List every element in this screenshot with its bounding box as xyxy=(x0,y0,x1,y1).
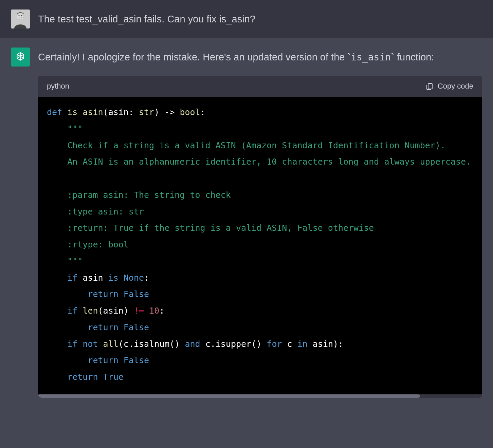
user-message-text: The test test_valid_asin fails. Can you … xyxy=(38,10,482,29)
assistant-message-content: Certainly! I apologize for the mistake. … xyxy=(38,48,482,398)
openai-logo-icon xyxy=(14,51,27,63)
svg-rect-5 xyxy=(428,83,432,89)
assistant-avatar xyxy=(11,48,30,67)
code-body[interactable]: def is_asin(asin: str) -> bool: """ Chec… xyxy=(38,97,482,394)
user-message-row: The test test_valid_asin fails. Can you … xyxy=(0,0,493,38)
scrollbar-thumb[interactable] xyxy=(38,394,420,398)
user-avatar xyxy=(11,10,30,29)
horizontal-scrollbar[interactable] xyxy=(38,394,482,398)
copy-code-label: Copy code xyxy=(438,82,473,91)
assistant-message-row: Certainly! I apologize for the mistake. … xyxy=(0,38,493,407)
svg-point-2 xyxy=(17,13,24,20)
assistant-intro-before: Certainly! I apologize for the mistake. … xyxy=(38,52,347,62)
svg-point-3 xyxy=(19,15,20,16)
assistant-intro-after: function: xyxy=(394,52,434,62)
inline-code-is-asin: is_asin xyxy=(351,52,391,63)
code-language-label: python xyxy=(47,80,69,92)
clipboard-icon xyxy=(425,82,434,90)
code-block-header: python Copy code xyxy=(38,76,482,97)
svg-point-4 xyxy=(21,15,22,16)
user-avatar-icon xyxy=(11,10,30,29)
code-block: python Copy code def is_asin(asin: str) … xyxy=(38,76,482,398)
copy-code-button[interactable]: Copy code xyxy=(425,82,473,91)
